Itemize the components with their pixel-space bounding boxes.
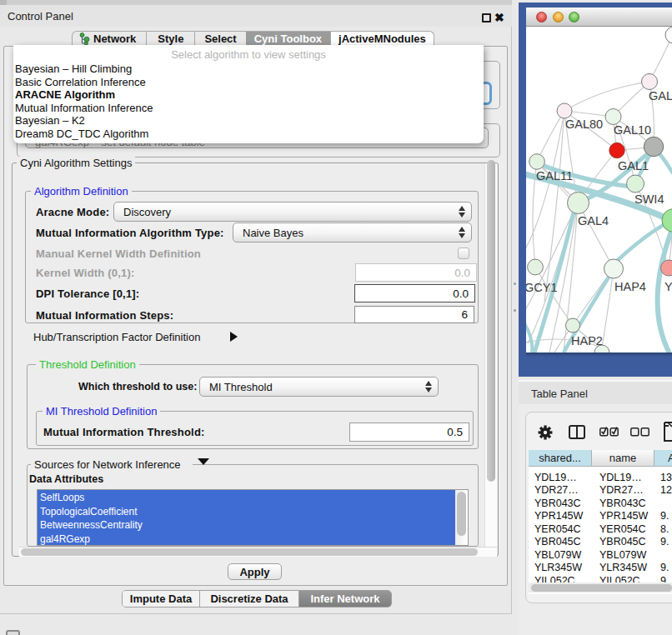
svg-text:GAL4: GAL4 — [578, 214, 609, 228]
svg-text:GAL80: GAL80 — [565, 118, 603, 131]
svg-text:SWI4: SWI4 — [634, 192, 664, 206]
svg-text:GAL10: GAL10 — [614, 123, 651, 137]
svg-text:GAL11: GAL11 — [536, 169, 573, 182]
svg-text:GAL1: GAL1 — [618, 159, 649, 172]
svg-text:GAL: GAL — [649, 89, 672, 102]
svg-text:HAP2: HAP2 — [571, 334, 603, 348]
svg-text:GCY1: GCY1 — [526, 281, 558, 294]
svg-text:HAP4: HAP4 — [614, 280, 646, 293]
svg-text:Y: Y — [664, 280, 672, 293]
